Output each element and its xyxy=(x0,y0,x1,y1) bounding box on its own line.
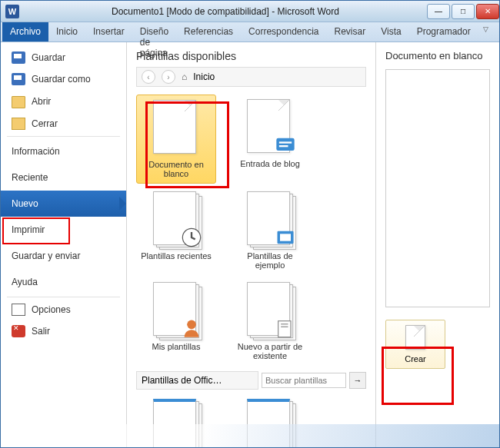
close-button[interactable]: ✕ xyxy=(476,4,499,19)
office-template-grid xyxy=(136,394,366,447)
templates-heading: Plantillas disponibles xyxy=(136,50,366,62)
sample-templates-icon xyxy=(247,191,293,247)
office-templates-row: Plantillas de Offic… → xyxy=(136,371,366,390)
exit-icon xyxy=(12,325,25,337)
sidebar-item-recent[interactable]: Reciente xyxy=(1,164,126,191)
svg-rect-0 xyxy=(276,138,294,151)
sidebar-label: Opciones xyxy=(32,304,71,315)
sidebar-item-open[interactable]: Abrir xyxy=(1,90,126,113)
template-label: Nuevo a partir de existente xyxy=(233,342,307,360)
recent-templates-icon xyxy=(153,191,199,247)
preview-panel: Documento en blanco Crear xyxy=(376,42,499,447)
sidebar-item-info[interactable]: Información xyxy=(1,138,126,164)
template-recent[interactable]: Plantillas recientes xyxy=(136,187,216,274)
maximize-button[interactable]: □ xyxy=(452,4,475,19)
tab-references[interactable]: Referencias xyxy=(176,22,241,41)
office-template-icon xyxy=(153,399,199,447)
divider xyxy=(7,297,120,297)
template-label: Documento en blanco xyxy=(140,160,212,178)
create-button[interactable]: Crear xyxy=(385,320,445,369)
titlebar: W Documento1 [Modo de compatibilidad] - … xyxy=(1,1,499,22)
template-grid: Documento en blanco Entrada de blog Plan… xyxy=(136,95,366,365)
options-icon xyxy=(12,304,25,316)
office-templates-label: Plantillas de Offic… xyxy=(136,371,258,390)
template-label: Entrada de blog xyxy=(233,159,307,168)
svg-rect-8 xyxy=(281,324,288,324)
sidebar-item-save[interactable]: Guardar xyxy=(1,47,126,68)
preview-heading: Documento en blanco xyxy=(385,50,490,61)
template-label: Mis plantillas xyxy=(139,342,213,351)
tab-review[interactable]: Revisar xyxy=(327,22,374,41)
templates-panel: Plantillas disponibles ‹ › ⌂ Inicio Docu… xyxy=(127,42,376,447)
template-blank-document[interactable]: Documento en blanco xyxy=(136,95,216,184)
sidebar-item-exit[interactable]: Salir xyxy=(1,320,126,342)
sidebar-label: Nuevo xyxy=(12,198,38,209)
svg-rect-7 xyxy=(278,321,291,337)
close-doc-icon xyxy=(12,118,25,130)
save-icon xyxy=(12,51,25,64)
sidebar-label: Guardar y enviar xyxy=(12,251,80,261)
folder-open-icon xyxy=(12,96,25,108)
tab-layout[interactable]: Diseño de página xyxy=(132,22,176,41)
document-preview xyxy=(385,69,490,307)
tab-home[interactable]: Inicio xyxy=(48,22,85,41)
window-title: Documento1 [Modo de compatibilidad] - Mi… xyxy=(25,6,425,17)
sidebar-item-new[interactable]: Nuevo xyxy=(1,191,126,217)
template-sample[interactable]: Plantillas de ejemplo xyxy=(230,187,310,274)
sidebar-label: Información xyxy=(12,146,60,157)
word-app-icon: W xyxy=(5,5,19,18)
sidebar-label: Salir xyxy=(32,326,50,337)
blank-doc-icon xyxy=(153,100,199,155)
sidebar-label: Imprimir xyxy=(12,224,45,235)
sidebar-label: Guardar xyxy=(32,52,65,63)
svg-rect-2 xyxy=(279,145,288,147)
svg-point-6 xyxy=(187,320,196,330)
office-template-item[interactable] xyxy=(136,394,216,447)
office-template-item[interactable] xyxy=(230,394,310,447)
office-template-icon xyxy=(247,399,293,447)
tab-file[interactable]: Archivo xyxy=(2,22,48,41)
template-my[interactable]: Mis plantillas xyxy=(136,277,216,365)
svg-rect-9 xyxy=(281,327,288,327)
window-controls: — □ ✕ xyxy=(425,4,499,19)
create-label: Crear xyxy=(389,354,442,363)
search-go-button[interactable]: → xyxy=(349,372,366,389)
search-templates-input[interactable] xyxy=(262,373,346,388)
from-existing-icon xyxy=(247,282,293,337)
sidebar-label: Cerrar xyxy=(32,118,58,129)
sidebar-item-save-send[interactable]: Guardar y enviar xyxy=(1,243,126,269)
breadcrumb-bar: ‹ › ⌂ Inicio xyxy=(136,67,366,87)
template-label: Plantillas recientes xyxy=(139,251,213,261)
sidebar-item-close[interactable]: Cerrar xyxy=(1,113,126,134)
nav-forward-icon[interactable]: › xyxy=(162,70,175,84)
sidebar-label: Abrir xyxy=(32,96,51,107)
divider xyxy=(7,136,120,137)
tab-developer[interactable]: Programador xyxy=(409,22,478,41)
ribbon: Archivo Inicio Insertar Diseño de página… xyxy=(1,22,499,42)
tab-insert[interactable]: Insertar xyxy=(85,22,132,41)
help-icon[interactable]: ? xyxy=(493,22,500,41)
home-icon[interactable]: ⌂ xyxy=(182,71,187,82)
blog-doc-icon xyxy=(247,99,293,154)
sidebar-label: Ayuda xyxy=(12,277,38,287)
nav-back-icon[interactable]: ‹ xyxy=(142,70,155,84)
svg-rect-5 xyxy=(280,234,291,241)
sidebar-item-print[interactable]: Imprimir xyxy=(1,217,126,243)
sidebar-item-help[interactable]: Ayuda xyxy=(1,269,126,295)
tab-mailings[interactable]: Correspondencia xyxy=(241,22,326,41)
svg-rect-1 xyxy=(279,141,292,143)
my-templates-icon xyxy=(153,282,199,337)
save-as-icon xyxy=(12,73,25,85)
tab-view[interactable]: Vista xyxy=(373,22,408,41)
template-from-existing[interactable]: Nuevo a partir de existente xyxy=(230,277,310,365)
sidebar-item-options[interactable]: Opciones xyxy=(1,299,126,320)
ribbon-minimize-icon[interactable]: ▽ xyxy=(478,22,493,41)
backstage-view: Guardar Guardar como Abrir Cerrar Inform… xyxy=(1,42,499,447)
create-doc-icon xyxy=(405,325,425,350)
sidebar-item-save-as[interactable]: Guardar como xyxy=(1,68,126,90)
minimize-button[interactable]: — xyxy=(427,4,450,19)
template-label: Plantillas de ejemplo xyxy=(233,251,307,270)
breadcrumb-text[interactable]: Inicio xyxy=(193,71,215,82)
backstage-sidebar: Guardar Guardar como Abrir Cerrar Inform… xyxy=(1,42,127,447)
template-blog-post[interactable]: Entrada de blog xyxy=(230,95,310,184)
